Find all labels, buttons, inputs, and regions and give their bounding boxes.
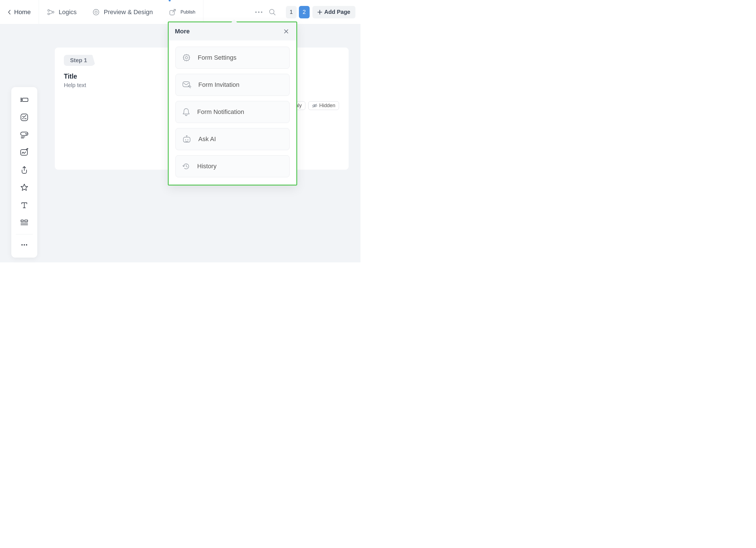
gear-icon bbox=[182, 53, 191, 62]
more-item-form-notification[interactable]: Form Notification bbox=[175, 101, 290, 123]
more-item-label: Form Invitation bbox=[198, 81, 240, 88]
svg-point-17 bbox=[24, 244, 25, 246]
close-icon bbox=[284, 29, 289, 34]
more-item-ask-ai[interactable]: Ask AI bbox=[175, 128, 290, 150]
svg-point-8 bbox=[261, 11, 262, 13]
close-button[interactable] bbox=[282, 27, 290, 35]
svg-point-7 bbox=[258, 11, 259, 13]
field-tag-hidden-label: Hidden bbox=[319, 103, 335, 109]
svg-rect-14 bbox=[21, 220, 23, 222]
svg-point-6 bbox=[255, 11, 257, 13]
field-tags: nly Hidden bbox=[292, 101, 339, 110]
field-tag-hidden[interactable]: Hidden bbox=[308, 101, 339, 110]
chevron-left-icon bbox=[7, 9, 11, 15]
add-page-button[interactable]: Add Page bbox=[312, 6, 355, 18]
section-icon bbox=[20, 219, 29, 226]
more-item-form-settings[interactable]: Form Settings bbox=[175, 47, 290, 69]
palette-section[interactable] bbox=[16, 214, 32, 230]
text-input-icon bbox=[19, 96, 29, 103]
top-bar: Home Logics Preview & Design Publish bbox=[0, 0, 360, 24]
svg-point-20 bbox=[185, 57, 188, 59]
step-chip[interactable]: Step 1 bbox=[64, 55, 95, 66]
publish-icon bbox=[169, 8, 177, 16]
svg-point-2 bbox=[52, 11, 54, 13]
more-item-form-invitation[interactable]: Form Invitation bbox=[175, 74, 290, 96]
nav-home-label: Home bbox=[14, 8, 31, 16]
logics-icon bbox=[47, 9, 55, 16]
more-panel-caret-icon bbox=[231, 19, 237, 22]
preview-icon bbox=[92, 8, 100, 16]
more-item-history[interactable]: History bbox=[175, 155, 290, 177]
form-help-text: Help text bbox=[64, 82, 86, 88]
palette-text[interactable] bbox=[16, 197, 32, 213]
svg-point-3 bbox=[93, 9, 99, 15]
svg-point-23 bbox=[185, 139, 186, 140]
page-number-1-label: 1 bbox=[290, 9, 293, 15]
page-number-2-label: 2 bbox=[303, 9, 306, 15]
publish-dot-icon bbox=[169, 0, 171, 1]
more-item-label: Form Settings bbox=[198, 54, 236, 61]
nav-publish[interactable]: Publish bbox=[161, 0, 203, 24]
robot-icon bbox=[182, 135, 192, 143]
search-icon bbox=[269, 8, 276, 16]
palette-divider bbox=[16, 234, 33, 234]
palette-signature[interactable] bbox=[16, 144, 32, 160]
svg-point-18 bbox=[26, 244, 27, 246]
nav-home[interactable]: Home bbox=[7, 0, 39, 24]
svg-rect-11 bbox=[21, 114, 28, 121]
palette-upload[interactable] bbox=[16, 162, 32, 178]
more-item-label: History bbox=[197, 162, 216, 170]
star-icon bbox=[20, 183, 29, 192]
svg-rect-10 bbox=[22, 98, 28, 101]
page-number-1[interactable]: 1 bbox=[286, 6, 297, 18]
more-panel-title: More bbox=[175, 28, 190, 35]
search-button[interactable] bbox=[267, 6, 278, 18]
eye-off-icon bbox=[312, 103, 318, 108]
dropdown-icon bbox=[20, 131, 29, 138]
step-label: Step 1 bbox=[70, 57, 87, 63]
page-number-2[interactable]: 2 bbox=[299, 6, 310, 18]
signature-icon bbox=[20, 148, 29, 157]
nav-preview-label: Preview & Design bbox=[104, 8, 153, 16]
nav-publish-label: Publish bbox=[181, 10, 195, 15]
nav-logics[interactable]: Logics bbox=[39, 0, 85, 24]
svg-point-16 bbox=[21, 244, 23, 246]
palette-dropdown[interactable] bbox=[16, 127, 32, 143]
palette-more[interactable] bbox=[16, 237, 32, 253]
more-panel-body: Form Settings Form Invitation Form Notif… bbox=[169, 40, 296, 185]
more-panel: More Form Settings Form Invitation bbox=[168, 21, 297, 185]
bell-icon bbox=[182, 107, 190, 116]
palette-text-input[interactable] bbox=[16, 92, 32, 108]
palette-rating[interactable] bbox=[16, 179, 32, 195]
more-item-label: Form Notification bbox=[197, 108, 244, 116]
nav-preview-design[interactable]: Preview & Design bbox=[84, 0, 161, 24]
history-icon bbox=[182, 162, 190, 170]
dots-horizontal-icon bbox=[255, 11, 263, 13]
palette-checkbox[interactable] bbox=[16, 109, 32, 125]
more-menu-button[interactable] bbox=[253, 6, 264, 18]
upload-icon bbox=[21, 166, 28, 174]
svg-rect-15 bbox=[25, 220, 28, 222]
checkbox-icon bbox=[20, 113, 29, 122]
svg-point-24 bbox=[187, 139, 188, 140]
more-item-label: Ask AI bbox=[198, 135, 216, 143]
svg-point-4 bbox=[95, 11, 97, 13]
text-icon bbox=[21, 201, 28, 209]
mail-edit-icon bbox=[182, 81, 192, 89]
plus-icon bbox=[318, 10, 322, 14]
element-palette bbox=[11, 87, 37, 257]
add-page-label: Add Page bbox=[324, 9, 350, 15]
more-panel-header: More bbox=[169, 22, 296, 40]
nav-logics-label: Logics bbox=[59, 8, 77, 16]
dots-horizontal-icon bbox=[21, 244, 28, 246]
form-title-text: Title bbox=[64, 73, 77, 80]
